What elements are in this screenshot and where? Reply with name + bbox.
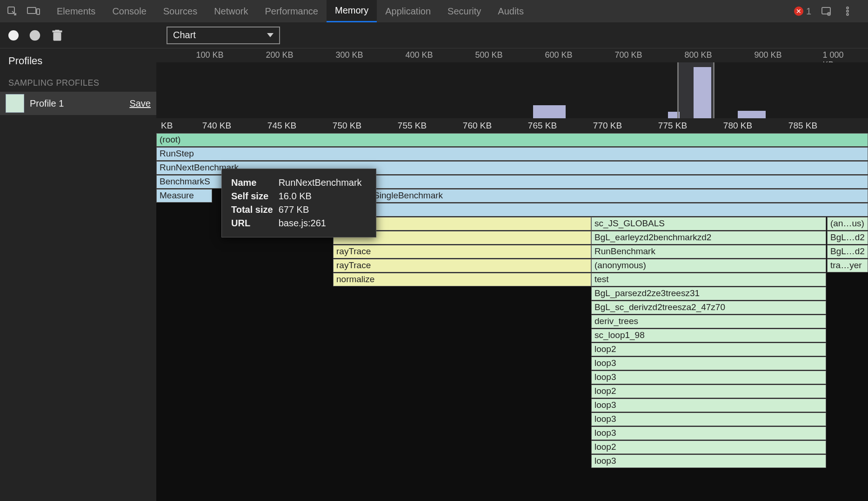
flame-frame[interactable]: loop2 — [591, 385, 826, 398]
frame-tooltip: NameRunNextBenchmark Self size16.0 KB To… — [221, 169, 376, 237]
tab-performance[interactable]: Performance — [257, 0, 327, 22]
error-count: 1 — [806, 6, 811, 17]
svg-point-6 — [847, 10, 848, 12]
kebab-icon[interactable] — [841, 5, 854, 18]
dropdown-icon — [267, 33, 274, 37]
flame-frame[interactable]: loop2 — [591, 440, 826, 454]
detail-ruler: KB 740 KB 745 KB 750 KB 755 KB 760 KB 76… — [156, 118, 868, 133]
flame-frame[interactable]: BgL…d2 — [827, 245, 868, 258]
inspect-icon[interactable] — [6, 5, 19, 18]
console-drawer-icon[interactable] — [820, 5, 833, 18]
record-button[interactable] — [8, 30, 19, 41]
profile-save-link[interactable]: Save — [129, 98, 151, 109]
flame-frame[interactable]: BgL_earleyzd2benchmarkzd2 — [591, 231, 826, 244]
overview-bar — [533, 105, 566, 118]
flame-frame[interactable]: rayTrace — [333, 245, 591, 258]
clear-button[interactable] — [29, 29, 41, 41]
tab-application[interactable]: Application — [377, 0, 439, 22]
devtools-tabbar: Elements Console Sources Network Perform… — [0, 0, 868, 22]
profile-thumb-icon — [6, 94, 24, 113]
flame-frame[interactable]: loop3 — [591, 371, 826, 384]
flame-frame[interactable]: Measure — [156, 189, 212, 203]
svg-rect-2 — [37, 9, 40, 14]
error-icon: ✕ — [794, 7, 803, 16]
flame-chart[interactable]: (root) RunStep RunNextBenchmark Benchmar… — [156, 133, 868, 501]
svg-point-5 — [847, 7, 848, 9]
memory-toolbar: Chart — [0, 22, 868, 48]
flame-frame[interactable]: tra…yer — [827, 259, 868, 272]
flame-frame[interactable]: loop2 — [591, 343, 826, 356]
flame-frame[interactable]: (anonymous) — [591, 259, 826, 272]
chart-main[interactable]: 100 KB 200 KB 300 KB 400 KB 500 KB 600 K… — [156, 48, 868, 501]
tab-console[interactable]: Console — [104, 0, 154, 22]
flame-frame[interactable]: sc_loop1_98 — [591, 329, 826, 342]
svg-rect-12 — [55, 30, 59, 31]
flame-frame[interactable]: (an…us) — [827, 217, 868, 230]
flame-frame[interactable]: sc_JS_GLOBALS — [591, 217, 826, 230]
tab-sources[interactable]: Sources — [155, 0, 206, 22]
profiles-sidebar: Profiles SAMPLING PROFILES Profile 1 Sav… — [0, 48, 156, 501]
delete-button[interactable] — [51, 29, 63, 41]
flame-frame[interactable]: .RunSingleBenchmark — [352, 189, 868, 203]
tab-network[interactable]: Network — [206, 0, 256, 22]
flame-frame[interactable]: mark — [352, 175, 868, 189]
flame-frame[interactable]: BgL_parsezd2ze3treesz31 — [591, 287, 826, 300]
flame-frame[interactable]: RunBenchmark — [591, 245, 826, 258]
flame-frame[interactable]: loop3 — [591, 413, 826, 426]
flame-frame[interactable]: loop3 — [591, 454, 826, 468]
svg-point-7 — [847, 14, 848, 15]
flame-frame[interactable]: loop3 — [591, 399, 826, 412]
tab-audits[interactable]: Audits — [489, 0, 532, 22]
error-badge[interactable]: ✕ 1 — [794, 6, 811, 17]
view-select-value: Chart — [173, 30, 196, 41]
flame-frame[interactable]: (root) — [156, 133, 868, 147]
overview-bar — [738, 111, 766, 118]
overview-selection[interactable] — [677, 62, 714, 118]
flame-frame[interactable]: deriv_trees — [591, 315, 826, 328]
svg-rect-10 — [53, 33, 61, 41]
tab-memory[interactable]: Memory — [327, 0, 377, 22]
flame-frame[interactable]: normalize — [333, 273, 591, 286]
flame-frame[interactable] — [352, 203, 868, 217]
svg-rect-1 — [27, 7, 36, 14]
view-select[interactable]: Chart — [167, 27, 280, 44]
flame-frame[interactable]: test — [591, 273, 826, 286]
overview-ruler: 100 KB 200 KB 300 KB 400 KB 500 KB 600 K… — [156, 48, 868, 62]
sidebar-header: Profiles — [0, 48, 156, 74]
flame-frame[interactable]: loop3 — [591, 427, 826, 440]
profile-name: Profile 1 — [30, 98, 124, 109]
flame-frame[interactable]: BgL…d2 — [827, 231, 868, 244]
tab-security[interactable]: Security — [439, 0, 489, 22]
device-icon[interactable] — [27, 5, 40, 18]
flame-frame[interactable]: rayTrace — [333, 259, 591, 272]
overview-bars[interactable] — [156, 62, 868, 118]
profile-item[interactable]: Profile 1 Save — [0, 92, 156, 115]
tab-elements[interactable]: Elements — [48, 0, 104, 22]
flame-frame[interactable]: BgL_sc_derivzd2treesza2_47z70 — [591, 301, 826, 314]
flame-frame[interactable]: RunStep — [156, 147, 868, 161]
flame-frame[interactable]: loop3 — [591, 357, 826, 370]
sidebar-group-label: SAMPLING PROFILES — [0, 74, 156, 92]
